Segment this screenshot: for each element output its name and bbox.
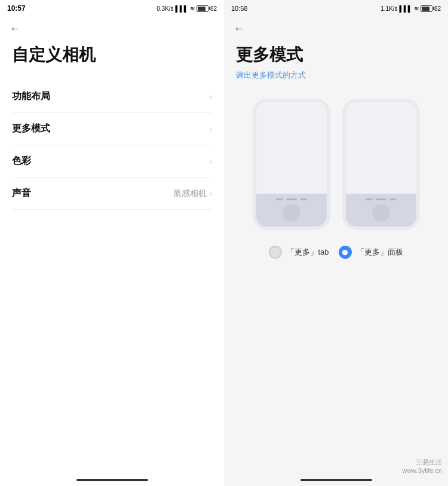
tab-line-2: [286, 198, 297, 200]
right-status-icons: 1.1K/s ▌▌▌ ≋ 82: [381, 5, 441, 12]
right-status-bar: 10:58 1.1K/s ▌▌▌ ≋ 82: [224, 0, 448, 17]
mockups-container: [224, 93, 448, 236]
menu-item-modes-right: ›: [209, 124, 212, 134]
left-page-title: 自定义相机: [0, 41, 224, 81]
chevron-icon-color: ›: [209, 157, 212, 166]
left-back-arrow: ←: [10, 23, 20, 35]
mockup-tab: [253, 99, 330, 230]
mockup-panel-screen: [346, 102, 416, 194]
menu-item-sound-value: 质感相机: [173, 188, 207, 199]
right-panel: 10:58 1.1K/s ▌▌▌ ≋ 82 ← 更多模式 调出更多模式的方式: [224, 0, 448, 486]
tab-line-1: [276, 198, 283, 200]
left-status-bar: 10:57 0.3K/s ▌▌▌ ≋ 82: [0, 0, 224, 17]
menu-item-layout-right: ›: [209, 92, 212, 102]
right-signal-icon: ▌▌▌: [400, 5, 412, 12]
panel-line-1: [366, 198, 373, 200]
left-panel: 10:57 0.3K/s ▌▌▌ ≋ 82 ← 自定义相机 功能布局 › 更多模…: [0, 0, 224, 486]
mockup-tab-shutter: [283, 204, 300, 222]
menu-item-sound-right: 质感相机 ›: [173, 188, 212, 199]
left-home-indicator: [76, 479, 148, 481]
options-row: 「更多」tab 「更多」面板: [224, 236, 448, 268]
option-tab[interactable]: 「更多」tab: [269, 246, 329, 259]
mockup-panel-bottom: [346, 194, 416, 227]
chevron-icon-sound: ›: [209, 189, 212, 198]
mockup-tab-bottom: [256, 194, 327, 227]
menu-item-modes-label: 更多模式: [12, 123, 50, 135]
right-time: 10:58: [231, 5, 248, 12]
menu-item-sound[interactable]: 声音 质感相机 ›: [0, 178, 224, 209]
menu-item-layout-label: 功能布局: [12, 90, 50, 103]
watermark-text: 三易生活www.3ylife.cn: [402, 459, 442, 474]
radio-tab[interactable]: [269, 246, 282, 259]
radio-panel[interactable]: [339, 246, 352, 259]
menu-item-color-label: 色彩: [12, 155, 31, 167]
right-back-button[interactable]: ←: [224, 17, 448, 41]
menu-item-color-right: ›: [209, 157, 212, 166]
left-signal-icon: ▌▌▌: [176, 5, 188, 12]
right-battery-icon: [421, 5, 432, 12]
option-panel-label: 「更多」面板: [357, 247, 403, 258]
chevron-icon-layout: ›: [209, 92, 212, 102]
panel-line-3: [389, 198, 397, 200]
menu-item-modes[interactable]: 更多模式 ›: [0, 113, 224, 145]
menu-item-layout[interactable]: 功能布局 ›: [0, 81, 224, 112]
right-home-indicator: [300, 479, 372, 481]
option-panel[interactable]: 「更多」面板: [339, 246, 403, 259]
left-network-speed: 0.3K/s: [157, 5, 173, 12]
mockup-panel: [342, 99, 420, 230]
right-battery-percent: 82: [434, 5, 441, 12]
mockup-tab-screen: [256, 102, 327, 194]
right-wifi-icon: ≋: [414, 5, 419, 12]
left-wifi-icon: ≋: [190, 5, 195, 12]
left-status-icons: 0.3K/s ▌▌▌ ≋ 82: [157, 5, 217, 12]
watermark: 三易生活www.3ylife.cn: [402, 458, 442, 474]
left-time: 10:57: [7, 4, 26, 13]
option-tab-label: 「更多」tab: [287, 247, 329, 258]
menu-item-sound-label: 声音: [12, 187, 31, 200]
mockup-tab-controls: [260, 198, 323, 200]
left-battery-percent: 82: [210, 5, 217, 12]
panel-line-2: [376, 198, 386, 200]
left-battery-fill: [198, 7, 205, 11]
mockup-panel-shutter: [372, 204, 390, 222]
radio-panel-inner: [342, 250, 348, 255]
right-page-title: 更多模式: [224, 41, 448, 70]
divider-4: [12, 209, 212, 210]
right-back-arrow: ←: [234, 23, 244, 35]
right-network-speed: 1.1K/s: [381, 5, 397, 12]
menu-list: 功能布局 › 更多模式 › 色彩 › 声音 质感相机 ›: [0, 81, 224, 210]
right-subtitle: 调出更多模式的方式: [224, 70, 448, 93]
right-battery-fill: [422, 7, 429, 11]
mockup-panel-controls: [349, 198, 413, 200]
left-battery-icon: [197, 5, 208, 12]
menu-item-color[interactable]: 色彩 ›: [0, 145, 224, 177]
tab-line-3: [300, 198, 307, 200]
left-back-button[interactable]: ←: [0, 17, 224, 41]
chevron-icon-modes: ›: [209, 124, 212, 134]
